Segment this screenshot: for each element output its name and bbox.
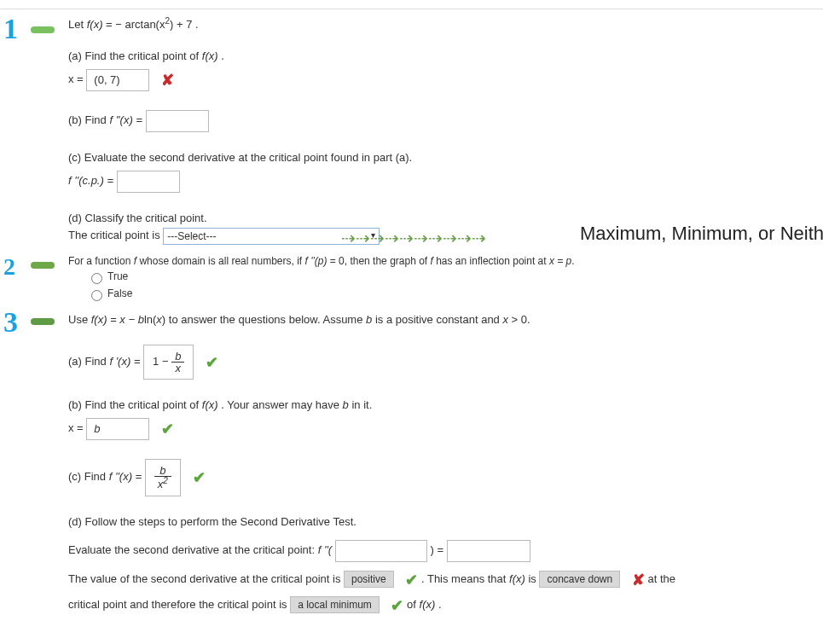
wrong-icon: ✘: [161, 72, 174, 89]
false-label: False: [107, 288, 132, 300]
q3a-answer-input[interactable]: 1 − bx: [143, 345, 194, 380]
q1c-answer-input[interactable]: [117, 171, 180, 193]
handwritten-1-icon: 1: [3, 13, 18, 45]
correct-icon: ✔: [161, 421, 174, 438]
x-equals-label: x =: [68, 422, 86, 435]
q3b-answer-input[interactable]: b: [86, 418, 149, 440]
problem-2: 2 For a function f whose domain is all r…: [0, 255, 823, 301]
q1a-answer-input[interactable]: (0, 7): [86, 69, 149, 91]
problem-3: 3 Use f(x) = x − bln(x) to answer the qu…: [0, 313, 823, 614]
fpp-cp-label: f ''(c.p.) =: [68, 175, 117, 188]
q3c-answer-input[interactable]: bx2: [145, 459, 181, 496]
q3-part-c: (c) Find f ''(x) = bx2 ✔: [68, 459, 823, 496]
classify-select[interactable]: ---Select---: [163, 228, 380, 245]
correct-icon: ✔: [391, 597, 403, 614]
handwritten-note: Maximum, Minimum, or Neither: [580, 223, 823, 245]
handwritten-3-icon: 3: [3, 306, 18, 339]
q3-part-a: (a) Find f '(x) = 1 − bx ✔: [68, 345, 823, 380]
q1-part-b: (b) Find f ''(x) =: [68, 110, 823, 132]
q3-part-d: (d) Follow the steps to perform the Seco…: [68, 515, 823, 615]
handwritten-dash-icon: [31, 318, 55, 325]
problem-1: 1 Let f(x) = − arctan(x2) + 7 . (a) Find…: [0, 16, 823, 245]
q1-part-d: (d) Classify the critical point. The cri…: [68, 212, 823, 245]
q1-intro: Let f(x) = − arctan(x2) + 7 .: [68, 16, 823, 31]
correct-icon: ✔: [193, 469, 206, 486]
handwritten-dash-icon: [31, 262, 55, 269]
q3d-cp-input[interactable]: [335, 540, 427, 562]
q1-part-c: (c) Evaluate the second derivative at th…: [68, 151, 823, 164]
correct-icon: ✔: [405, 571, 418, 589]
wrong-icon: ✘: [632, 571, 645, 589]
q1-part-a: (a) Find the critical point of f(x) .: [68, 49, 823, 62]
classification-fill[interactable]: a local minimum: [290, 596, 380, 613]
q2-text: For a function f whose domain is all rea…: [68, 255, 823, 267]
false-radio[interactable]: [91, 290, 102, 301]
true-radio[interactable]: [91, 273, 102, 284]
q1b-answer-input[interactable]: [146, 110, 209, 132]
concavity-fill[interactable]: concave down: [539, 571, 620, 588]
q3d-val-input[interactable]: [447, 540, 530, 562]
handwritten-dash-icon: [31, 26, 55, 33]
handwritten-2-icon: 2: [3, 253, 15, 281]
sign-fill[interactable]: positive: [344, 571, 394, 588]
q3-intro: Use f(x) = x − bln(x) to answer the ques…: [68, 313, 823, 326]
correct-icon: ✔: [206, 354, 218, 371]
critical-point-lead: The critical point is: [68, 229, 163, 242]
true-label: True: [107, 271, 128, 283]
x-equals-label: x =: [68, 73, 86, 86]
q3-part-b: (b) Find the critical point of f(x) . Yo…: [68, 398, 823, 411]
